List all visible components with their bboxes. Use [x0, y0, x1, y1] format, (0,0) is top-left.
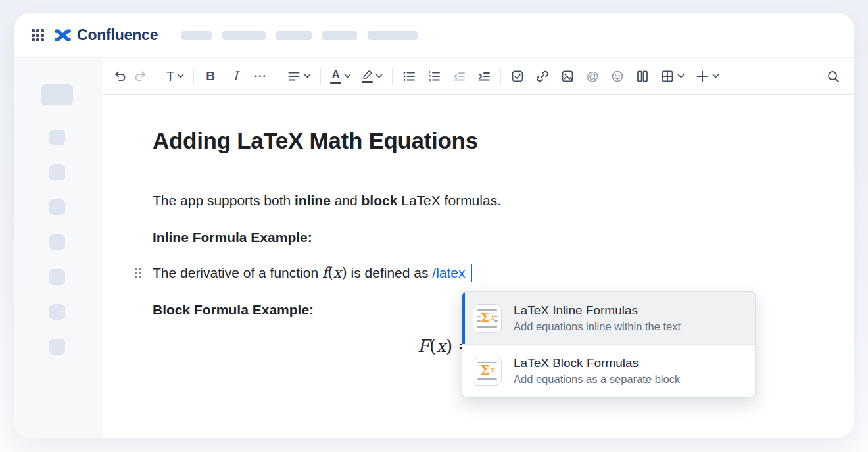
- redo-button[interactable]: [130, 65, 150, 88]
- toolbar-divider: [277, 68, 277, 85]
- bullet-list-icon: [402, 69, 416, 84]
- mention-icon: @: [587, 70, 599, 82]
- math-inline-x: x: [333, 264, 341, 281]
- editor-toolbar: T B I ···: [102, 58, 854, 95]
- intro-paragraph: The app supports both inline and block L…: [153, 193, 501, 209]
- chevron-down-icon: [304, 74, 311, 78]
- svg-text:3: 3: [428, 78, 431, 84]
- text-color-button[interactable]: A: [327, 65, 354, 88]
- sidebar-placeholder: [49, 339, 65, 355]
- insert-more-button[interactable]: [692, 65, 722, 88]
- intro-text: The app supports both: [153, 193, 295, 208]
- inline-example-heading: Inline Formula Example:: [153, 230, 312, 245]
- redo-icon: [133, 69, 147, 84]
- menu-item-title: LaTeX Inline Formulas: [514, 303, 681, 318]
- sidebar-placeholder: [41, 84, 73, 105]
- app-switcher-icon[interactable]: [32, 29, 44, 41]
- quick-insert-menu: Σx LaTeX Inline Formulas Add equations i…: [462, 291, 756, 397]
- emoji-button[interactable]: [608, 65, 627, 88]
- numbered-list-button[interactable]: 1 2 3: [424, 65, 444, 88]
- italic-button[interactable]: I: [226, 65, 245, 88]
- search-button[interactable]: [823, 65, 843, 88]
- link-button[interactable]: [533, 65, 552, 88]
- selection-indicator: [462, 292, 465, 344]
- intro-text: LaTeX formulas.: [397, 193, 501, 208]
- task-list-button[interactable]: [508, 65, 527, 88]
- nav-placeholder-group: [181, 31, 418, 40]
- highlight-color-button[interactable]: [359, 65, 385, 88]
- latex-inline-icon: Σx: [473, 304, 502, 333]
- highlighter-icon: [362, 70, 373, 83]
- slash-command-text: /latex: [432, 265, 465, 280]
- indent-icon: [477, 69, 491, 84]
- app-header: Confluence: [14, 13, 854, 58]
- toolbar-divider: [193, 68, 194, 85]
- sidebar-placeholder: [49, 164, 65, 180]
- intro-text: and: [331, 193, 362, 208]
- menu-item-latex-block[interactable]: Σx LaTeX Block Formulas Add equations as…: [462, 344, 755, 397]
- latex-block-icon: Σx: [473, 357, 502, 386]
- text-color-icon: A: [330, 69, 341, 84]
- sidebar-placeholder: [49, 234, 65, 250]
- undo-button[interactable]: [110, 65, 130, 88]
- chevron-down-icon: [677, 74, 685, 78]
- table-icon: [660, 69, 675, 84]
- italic-label: I: [233, 70, 238, 82]
- numbered-list-icon: 1 2 3: [427, 69, 441, 84]
- active-paragraph: The derivative of a function f(x) is def…: [135, 264, 472, 283]
- toolbar-divider: [500, 68, 501, 85]
- chevron-down-icon: [375, 74, 383, 78]
- intro-bold-block: block: [362, 193, 398, 208]
- menu-item-subtitle: Add equations inline within the text: [514, 320, 681, 333]
- text-cursor: [471, 264, 473, 282]
- more-formatting-button[interactable]: ···: [251, 65, 270, 88]
- sentence-text: The derivative of a function f(x) is def…: [153, 264, 472, 283]
- math-inline-f: f: [322, 264, 327, 281]
- columns-layout-icon: [635, 69, 650, 84]
- search-icon: [826, 69, 840, 84]
- outdent-button[interactable]: [449, 65, 469, 88]
- sidebar-placeholder: [49, 304, 65, 320]
- nav-placeholder: [181, 31, 212, 40]
- align-left-icon: [287, 69, 301, 84]
- app-window: Confluence: [14, 13, 854, 438]
- intro-bold-inline: inline: [295, 193, 331, 208]
- text-style-button[interactable]: T: [164, 65, 187, 88]
- toolbar-divider: [320, 68, 321, 85]
- bold-button[interactable]: B: [201, 65, 220, 88]
- chevron-down-icon: [344, 74, 351, 78]
- alignment-button[interactable]: [284, 65, 314, 88]
- image-icon: [560, 69, 575, 84]
- insert-image-button[interactable]: [558, 65, 577, 88]
- menu-item-latex-inline[interactable]: Σx LaTeX Inline Formulas Add equations i…: [462, 292, 755, 344]
- bullet-list-button[interactable]: [399, 65, 419, 88]
- app-wordmark: Confluence: [77, 26, 158, 44]
- bold-label: B: [206, 70, 215, 82]
- nav-placeholder: [276, 31, 312, 40]
- emoji-icon: [610, 69, 625, 84]
- chevron-down-icon: [177, 74, 184, 78]
- menu-item-subtitle: Add equations as a separate block: [514, 373, 680, 386]
- toolbar-divider: [392, 68, 393, 85]
- link-icon: [535, 69, 550, 84]
- toolbar-divider: [157, 68, 157, 85]
- sidebar-placeholder: [49, 199, 65, 215]
- mention-button[interactable]: @: [583, 65, 602, 88]
- indent-button[interactable]: [474, 65, 494, 88]
- nav-placeholder: [222, 31, 266, 40]
- checkbox-icon: [510, 69, 525, 84]
- table-button[interactable]: [658, 65, 687, 88]
- sidebar: [14, 58, 102, 438]
- sidebar-placeholder: [49, 269, 65, 285]
- menu-item-title: LaTeX Block Formulas: [514, 356, 680, 370]
- drag-handle-icon[interactable]: [135, 268, 143, 279]
- text-color-letter: A: [332, 69, 340, 80]
- page-title: Adding LaTeX Math Equations: [153, 128, 478, 154]
- editor-canvas[interactable]: Adding LaTeX Math Equations The app supp…: [102, 95, 854, 438]
- plus-icon: [695, 69, 710, 84]
- confluence-logo-icon[interactable]: [54, 26, 72, 44]
- sidebar-placeholder: [49, 130, 65, 145]
- layouts-button[interactable]: [633, 65, 652, 88]
- block-example-heading: Block Formula Example:: [153, 302, 314, 318]
- nav-placeholder: [368, 31, 418, 40]
